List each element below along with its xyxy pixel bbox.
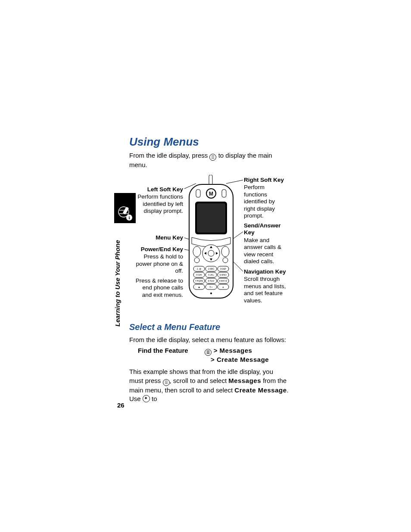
svg-point-27 — [221, 246, 229, 257]
svg-text:7 PQRS: 7 PQRS — [195, 280, 203, 282]
feature-label: Find the Feature — [138, 347, 205, 363]
svg-text:2 ABC: 2 ABC — [208, 268, 215, 270]
svg-point-21 — [208, 250, 214, 256]
svg-text:1 .@: 1 .@ — [197, 268, 202, 270]
svg-text:#: # — [223, 286, 224, 289]
text-bold: Create Message — [234, 386, 286, 394]
section-heading: Using Menus — [129, 135, 289, 149]
section-label: Learning to Use Your Phone — [114, 240, 121, 327]
phone-illustration: M 1 .@ 2 — [187, 175, 235, 300]
svg-text:0 +: 0 + — [209, 286, 212, 288]
subsection-heading: Select a Menu Feature — [129, 322, 289, 332]
svg-point-26 — [193, 246, 201, 257]
phone-diagram: Left Soft Key Perform functions identifi… — [129, 158, 289, 313]
svg-text:✱: ✱ — [198, 286, 200, 289]
menu-key-icon: ☰ — [205, 349, 212, 356]
svg-point-28 — [194, 258, 199, 263]
text: to — [150, 395, 157, 402]
navigation-key-icon — [143, 395, 150, 402]
svg-rect-3 — [122, 206, 129, 215]
svg-point-54 — [210, 292, 212, 294]
svg-text:6 MNO: 6 MNO — [220, 274, 227, 276]
svg-text:M: M — [209, 191, 213, 197]
menu-key-icon: ☰ — [163, 379, 170, 386]
page-number: 26 — [117, 401, 125, 409]
find-the-feature-block: Find the Feature ☰ > Messages > Create M… — [138, 347, 289, 363]
feature-steps: ☰ > Messages > Create Message — [205, 347, 269, 363]
svg-text:5 JKL: 5 JKL — [209, 274, 214, 276]
svg-text:4 GHI: 4 GHI — [196, 274, 202, 276]
text-bold: Messages — [228, 377, 261, 384]
select-intro-text: From the idle display, select a menu fea… — [129, 336, 289, 344]
feature-step-2: > Create Message — [205, 356, 269, 363]
svg-rect-19 — [197, 203, 225, 233]
feature-step-1: > Messages — [214, 347, 252, 354]
svg-text:8 TUV: 8 TUV — [208, 280, 215, 282]
svg-text:9 WXYZ: 9 WXYZ — [219, 280, 227, 282]
svg-point-29 — [223, 258, 228, 263]
svg-text:3 DEF: 3 DEF — [220, 268, 226, 270]
text: , scroll to and select — [170, 377, 229, 384]
example-paragraph: This example shows that from the idle di… — [129, 367, 289, 403]
